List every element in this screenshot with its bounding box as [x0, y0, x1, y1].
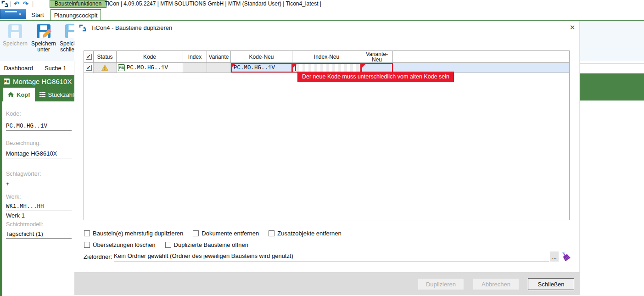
werk-name: Werk 1 — [6, 212, 72, 220]
app-logo-icon — [1, 0, 8, 7]
redo-icon[interactable]: ↷ — [23, 0, 28, 8]
row-kode-value: PC.MO.HG..1V — [125, 65, 168, 71]
tab-kopf-label: Kopf — [17, 91, 30, 98]
column-header-variante-neu[interactable]: Variante-Neu — [361, 51, 393, 62]
sidebar-tabs: Kopf Stückzahlen — [0, 88, 74, 101]
option-dokumente-entfernen[interactable]: Dokumente entfernen — [193, 230, 259, 237]
baustein-badge-icon: PB — [3, 78, 10, 85]
titlebar-tab-bausteinfunktionen[interactable]: Bausteinfunktionen — [50, 0, 106, 8]
row-variante-neu-cell[interactable] — [361, 63, 393, 73]
dialog-footer: Duplizieren Abbrechen Schließen — [74, 272, 580, 295]
option-label: Duplizierte Bausteine öffnen — [174, 241, 248, 248]
row-index-neu-cell[interactable] — [292, 63, 361, 73]
error-tooltip: Der neue Kode muss unterschiedlich vom a… — [297, 72, 454, 82]
checkbox[interactable] — [193, 230, 199, 236]
text-caret — [295, 65, 296, 71]
option-label: Übersetzungen löschen — [93, 241, 156, 248]
error-corner-flag — [362, 64, 366, 67]
option-label: Dokumente entfernen — [202, 230, 259, 237]
floppy-pencil-icon — [35, 23, 52, 39]
duplizieren-button[interactable]: Duplizieren — [418, 278, 464, 290]
column-header-status[interactable]: Status — [94, 51, 117, 62]
column-header-index[interactable]: Index — [183, 51, 207, 62]
row-variante-cell — [207, 63, 231, 73]
column-header-kode-neu[interactable]: Kode-Neu — [231, 51, 292, 62]
zielordner-field[interactable]: Kein Ordner gewählt (Ordner des jeweilig… — [114, 252, 549, 262]
abbrechen-button[interactable]: Abbrechen — [473, 278, 519, 290]
floppy-icon — [7, 23, 23, 39]
schichtmodell-label: Schichtmodell: — [6, 221, 74, 228]
row-kode-cell: PB PC.MO.HG..1V — [117, 63, 183, 73]
row-index-cell — [183, 63, 207, 73]
dialog-title: TiCon4 - Bausteine duplizieren — [91, 24, 172, 31]
dialog-bausteine-duplizieren: TiCon4 - Bausteine duplizieren ✕ ✓ Statu… — [74, 21, 580, 295]
schliessen-button[interactable]: Schließen — [528, 278, 574, 290]
app-window: | ↶ ↷ | Bausteinfunktionen TiCon | 4.09.… — [0, 0, 644, 296]
titlebar: | ↶ ↷ | Bausteinfunktionen TiCon | 4.09.… — [0, 0, 644, 8]
ribbon-tab-row: ▾ Start Planungscockpit — [0, 8, 644, 20]
workspace-tabs: Dashboard Suche 1 — [0, 61, 74, 75]
home-icon — [8, 92, 14, 97]
werk-field[interactable]: WK1.MH...HH — [6, 203, 72, 211]
menu-caret-icon: ▾ — [19, 12, 21, 17]
row-filler-cell — [393, 63, 569, 73]
row-kode-neu-cell[interactable]: PC.MO.HG..1V — [231, 63, 292, 73]
browse-folder-button[interactable]: ... — [550, 251, 559, 262]
tab-kopf[interactable]: Kopf — [3, 88, 35, 101]
schlagwoerter-label: Schlagwörter: — [6, 171, 74, 177]
background-green-panel — [579, 73, 644, 101]
divider — [573, 63, 644, 64]
error-corner-flag — [232, 64, 235, 67]
column-header-filler — [393, 51, 569, 62]
tab-dashboard[interactable]: Dashboard — [0, 61, 37, 75]
sidebar-form: Kode: PC.MO.HG..1V Bezeichnung: Montage … — [0, 101, 74, 296]
separator: | — [10, 0, 11, 7]
ribbon-tab-start[interactable]: Start — [27, 9, 49, 20]
clear-folder-icon[interactable] — [561, 251, 571, 261]
row-select-cell[interactable]: ✓ — [84, 63, 94, 73]
tab-suche-1[interactable]: Suche 1 — [37, 61, 74, 75]
row-checkbox[interactable]: ✓ — [86, 65, 92, 71]
ticon-logo-icon — [79, 24, 86, 32]
separator: | — [32, 0, 34, 7]
list-icon — [39, 92, 45, 97]
save-button[interactable]: Speichern — [2, 22, 28, 58]
kode-label: Kode: — [6, 111, 74, 117]
header-select-all[interactable]: ✓ — [84, 51, 94, 62]
baustein-badge-icon: PB — [118, 64, 125, 71]
column-header-kode[interactable]: Kode — [117, 51, 183, 62]
column-header-variante[interactable]: Variante — [207, 51, 231, 62]
checkbox[interactable] — [269, 230, 274, 236]
option-zusatzobjekte-entfernen[interactable]: Zusatzobjekte entfernen — [269, 230, 341, 237]
schlagwoerter-add[interactable]: + — [6, 180, 72, 188]
zielordner-label: Zielordner: — [84, 253, 112, 260]
werk-label: Werk: — [6, 194, 74, 200]
sidebar-title: Montage HG8610X — [13, 78, 72, 85]
window-title: TiCon | 4.09.05.2247 | MTM SOLUTIONS Gmb… — [105, 0, 321, 7]
sidebar: PB Montage HG8610X Kopf Stückzahlen Kode… — [0, 75, 74, 296]
kode-field[interactable]: PC.MO.HG..1V — [6, 123, 72, 131]
warning-icon — [101, 65, 108, 71]
save-as-button-label: Speichern unter — [30, 41, 57, 53]
schichtmodell-field[interactable]: Tagschicht (1) — [6, 230, 72, 239]
bezeichnung-field[interactable]: Montage HG8610X — [6, 150, 72, 158]
close-icon[interactable]: ✕ — [568, 23, 577, 32]
row-kode-neu-value[interactable]: PC.MO.HG..1V — [232, 65, 275, 71]
save-button-label: Speichern — [3, 41, 28, 47]
checkbox[interactable] — [165, 242, 171, 248]
checkbox[interactable] — [84, 242, 90, 248]
column-header-index-neu[interactable]: Index-Neu — [292, 51, 361, 62]
save-as-button[interactable]: Speichern unter — [30, 22, 57, 58]
options-row-2: Übersetzungen löschen Duplizierte Bauste… — [84, 241, 248, 248]
select-all-checkbox[interactable]: ✓ — [86, 54, 92, 60]
checkbox[interactable] — [84, 230, 90, 236]
sidebar-header: PB Montage HG8610X — [0, 75, 74, 88]
option-uebersetzungen-loeschen[interactable]: Übersetzungen löschen — [84, 241, 156, 248]
options-row-1: Baustein(e) mehrstufig duplizieren Dokum… — [84, 229, 342, 237]
option-duplizierte-oeffnen[interactable]: Duplizierte Bausteine öffnen — [165, 241, 248, 248]
undo-icon[interactable]: ↶ — [14, 0, 19, 8]
table-header-row: ✓ Status Kode Index Variante Kode-Neu In… — [84, 51, 569, 63]
option-mehrstufig[interactable]: Baustein(e) mehrstufig duplizieren — [84, 230, 183, 237]
option-label: Baustein(e) mehrstufig duplizieren — [93, 230, 183, 237]
app-menu-button[interactable]: ▾ — [0, 9, 26, 19]
